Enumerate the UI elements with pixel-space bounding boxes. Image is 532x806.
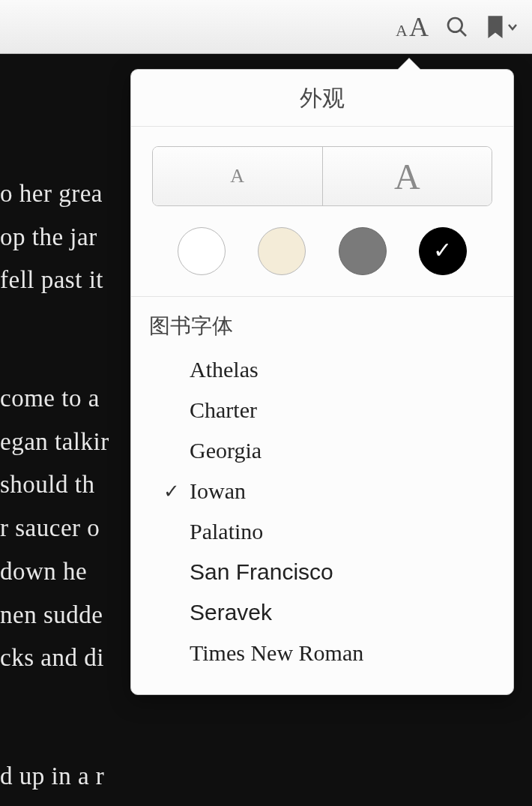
font-name-label: Athelas: [190, 357, 495, 382]
decrease-font-button[interactable]: A: [153, 147, 323, 205]
font-option-iowan[interactable]: ✓ Iowan: [149, 471, 495, 511]
check-icon: ✓: [154, 480, 190, 503]
font-option-san-francisco[interactable]: San Francisco: [149, 552, 495, 592]
font-option-seravek[interactable]: Seravek: [149, 592, 495, 633]
font-name-label: Iowan: [190, 478, 495, 504]
toolbar: A A: [0, 0, 532, 54]
theme-white[interactable]: [178, 227, 226, 275]
svg-line-1: [460, 30, 466, 36]
font-name-label: Georgia: [190, 438, 495, 463]
font-option-georgia[interactable]: Georgia: [149, 430, 495, 471]
search-icon: [445, 15, 469, 39]
fonts-section: 图书字体 Athelas Charter Georgia ✓ Iowan Pal…: [131, 297, 513, 694]
font-size-control: A A: [152, 146, 492, 206]
popover-title: 外观: [131, 70, 513, 127]
search-button[interactable]: [445, 15, 469, 39]
theme-row: ✓: [131, 227, 513, 296]
theme-sepia[interactable]: [258, 227, 306, 275]
popover-arrow: [397, 58, 421, 70]
theme-gray[interactable]: [339, 227, 387, 275]
theme-black[interactable]: ✓: [419, 227, 467, 275]
bookmark-icon: [486, 14, 505, 40]
svg-point-0: [448, 18, 462, 32]
font-option-times-new-roman[interactable]: Times New Roman: [149, 633, 495, 673]
font-name-label: Seravek: [190, 600, 495, 625]
appearance-button[interactable]: A A: [396, 11, 429, 43]
chevron-down-icon: [507, 21, 519, 33]
check-icon: ✓: [433, 237, 452, 263]
reader-text-block: d up in a r efore her was another still …: [0, 755, 532, 806]
font-option-charter[interactable]: Charter: [149, 390, 495, 430]
font-name-label: San Francisco: [190, 559, 495, 585]
small-a-icon: A: [396, 21, 408, 40]
bookmark-button[interactable]: [486, 14, 519, 40]
font-name-label: Times New Roman: [190, 640, 495, 666]
increase-font-button[interactable]: A: [323, 147, 492, 205]
font-option-palatino[interactable]: Palatino: [149, 511, 495, 552]
font-option-athelas[interactable]: Athelas: [149, 349, 495, 390]
appearance-popover: 外观 A A ✓ 图书字体 Athelas Charter Georgia ✓ …: [130, 69, 514, 695]
font-name-label: Charter: [190, 397, 495, 423]
big-a-icon: A: [409, 11, 429, 43]
fonts-label: 图书字体: [149, 312, 495, 340]
font-name-label: Palatino: [190, 519, 495, 544]
